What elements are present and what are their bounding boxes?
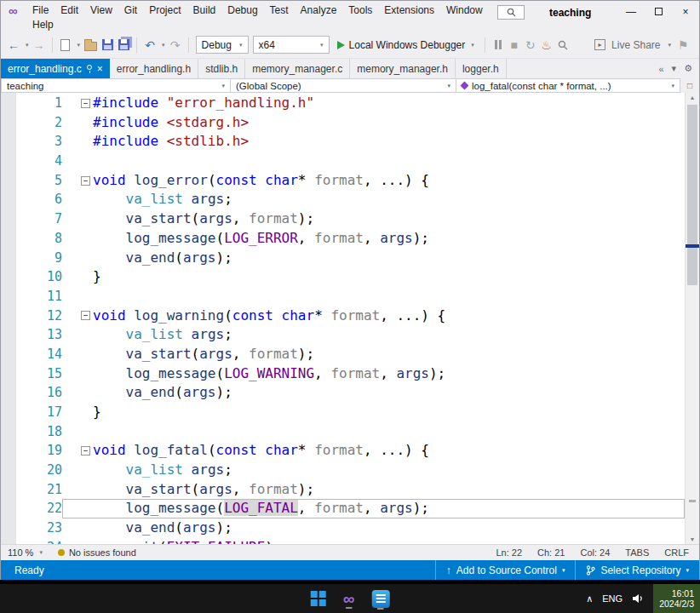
- scope-dropdown[interactable]: (Global Scope) ▾: [231, 78, 456, 93]
- new-file-dropdown-icon[interactable]: ▾: [77, 42, 81, 49]
- scroll-up-icon[interactable]: ▲: [686, 95, 699, 100]
- volume-icon[interactable]: [632, 593, 644, 604]
- line-number: 7: [1, 209, 62, 229]
- code-line-15[interactable]: 15 log_message(LOG_WARNING, format, args…: [1, 364, 685, 384]
- undo-button[interactable]: ↶: [144, 36, 156, 54]
- start-debugging-button[interactable]: Local Windows Debugger ▾: [334, 36, 478, 54]
- code-line-17[interactable]: 17}: [1, 403, 685, 422]
- live-share-button[interactable]: Live Share: [611, 39, 660, 51]
- navigate-back-button[interactable]: ←: [8, 36, 20, 54]
- clock[interactable]: 16:01 2024/2/3: [653, 584, 700, 613]
- tab-memory_manager.h[interactable]: memory_manager.h: [350, 59, 456, 78]
- menu-item-build[interactable]: Build: [187, 3, 222, 18]
- code-line-9[interactable]: 9 va_end(args);: [1, 249, 685, 268]
- undo-dropdown-icon[interactable]: ▾: [162, 42, 165, 49]
- search-input[interactable]: [497, 5, 525, 20]
- language-indicator[interactable]: ENG: [602, 593, 623, 604]
- back-dropdown-icon[interactable]: ▾: [26, 42, 29, 49]
- menu-item-analyze[interactable]: Analyze: [295, 3, 343, 18]
- code-line-14[interactable]: 14 va_start(args, format);: [1, 345, 685, 364]
- maximize-button[interactable]: [645, 1, 672, 22]
- code-line-5[interactable]: 5−void log_error(const char* format, ...…: [1, 171, 685, 191]
- menu-item-project[interactable]: Project: [143, 3, 186, 18]
- code-line-22[interactable]: 22 log_message(LOG_FATAL, format, args);: [1, 499, 685, 518]
- save-all-button[interactable]: [118, 36, 129, 54]
- configuration-value: Debug: [202, 39, 232, 51]
- code-line-2[interactable]: 2#include <stdarg.h>: [1, 113, 685, 133]
- code-line-10[interactable]: 10}: [1, 267, 685, 287]
- tab-error_handling.h[interactable]: error_handling.h: [110, 59, 198, 78]
- minimize-button[interactable]: —: [617, 1, 645, 22]
- code-editor[interactable]: 1−#include "error_handling.h"2#include <…: [1, 93, 699, 544]
- pin-icon[interactable]: [87, 65, 92, 70]
- menu-item-help[interactable]: Help: [26, 17, 60, 32]
- solution-platform-select[interactable]: x64 ▾: [253, 36, 330, 54]
- navigate-forward-button[interactable]: →: [33, 36, 45, 54]
- menu-item-test[interactable]: Test: [264, 3, 295, 18]
- code-line-12[interactable]: 12−void log_warning(const char* format, …: [1, 306, 685, 326]
- menu-item-file[interactable]: File: [26, 3, 55, 18]
- vertical-scrollbar[interactable]: ▲ ▼: [685, 93, 699, 544]
- new-file-button[interactable]: [60, 36, 72, 54]
- select-repository-button[interactable]: Select Repository ▾: [575, 560, 699, 580]
- code-line-19[interactable]: 19−void log_fatal(const char* format, ..…: [1, 441, 685, 461]
- code-line-6[interactable]: 6 va_list args;: [1, 190, 685, 209]
- fold-toggle-icon[interactable]: −: [81, 99, 90, 108]
- chevron-down-icon[interactable]: ▾: [668, 42, 671, 49]
- tab-stdlib.h[interactable]: stdlib.h: [198, 59, 245, 78]
- break-all-button[interactable]: [492, 36, 504, 54]
- feedback-icon[interactable]: ⚑: [677, 36, 689, 54]
- scroll-down-icon[interactable]: ▼: [686, 536, 699, 542]
- code-line-24[interactable]: 24 exit(EXIT_FAILURE);: [1, 538, 685, 544]
- fold-toggle-icon[interactable]: −: [81, 446, 90, 455]
- code-line-18[interactable]: 18: [1, 422, 685, 442]
- menu-item-view[interactable]: View: [84, 3, 118, 18]
- scrollbar-thumb[interactable]: [687, 105, 697, 285]
- hidden-icons-chevron[interactable]: ∧: [586, 593, 593, 604]
- tab-logger.h[interactable]: logger.h: [456, 59, 507, 78]
- tab-options-icon[interactable]: ⚙: [684, 63, 692, 74]
- hot-reload-icon[interactable]: ♨: [541, 36, 553, 54]
- code-line-1[interactable]: 1−#include "error_handling.h": [1, 94, 685, 113]
- code-line-7[interactable]: 7 va_start(args, format);: [1, 209, 685, 229]
- stop-debugging-button[interactable]: ■: [508, 36, 520, 54]
- notepad-taskbar-button[interactable]: [369, 588, 392, 610]
- fold-toggle-icon[interactable]: −: [81, 311, 90, 320]
- window-list-icon[interactable]: ▾: [672, 63, 677, 74]
- project-dropdown[interactable]: teaching ▾: [1, 78, 231, 93]
- menu-item-window[interactable]: Window: [440, 3, 489, 18]
- navbar-dock-icon[interactable]: □: [680, 78, 699, 93]
- fold-toggle-icon[interactable]: −: [81, 176, 90, 186]
- start-button[interactable]: [308, 589, 329, 608]
- code-line-4[interactable]: 4: [1, 152, 685, 171]
- open-file-button[interactable]: [84, 36, 97, 54]
- code-line-23[interactable]: 23 va_end(args);: [1, 518, 685, 538]
- zoom-select[interactable]: 110 % ▾: [1, 547, 49, 558]
- code-line-13[interactable]: 13 va_list args;: [1, 325, 685, 345]
- member-dropdown[interactable]: log_fatal(const char * format, ...) ▾: [456, 78, 680, 93]
- code-line-20[interactable]: 20 va_list args;: [1, 461, 685, 480]
- code-line-8[interactable]: 8 log_message(LOG_ERROR, format, args);: [1, 229, 685, 249]
- tab-scroll-icon[interactable]: «: [658, 64, 663, 74]
- find-in-files-button[interactable]: [557, 36, 569, 54]
- code-line-11[interactable]: 11: [1, 287, 685, 306]
- visual-studio-taskbar-button[interactable]: ∞: [341, 589, 358, 609]
- tab-error_handling.c[interactable]: error_handling.c×: [1, 59, 110, 78]
- close-tab-icon[interactable]: ×: [97, 64, 103, 74]
- restart-button[interactable]: ↻: [525, 36, 536, 54]
- save-button[interactable]: [101, 36, 113, 54]
- redo-button[interactable]: ↷: [169, 36, 181, 54]
- document-health-indicator[interactable]: No issues found: [49, 547, 145, 558]
- tab-memory_manager.c[interactable]: memory_manager.c: [245, 59, 350, 78]
- close-button[interactable]: ×: [672, 1, 699, 22]
- add-to-source-control-button[interactable]: ↑ Add to Source Control ▾: [435, 560, 576, 580]
- menu-item-debug[interactable]: Debug: [221, 3, 263, 18]
- code-line-21[interactable]: 21 va_start(args, format);: [1, 480, 685, 500]
- menu-item-extensions[interactable]: Extensions: [378, 3, 440, 18]
- code-line-16[interactable]: 16 va_end(args);: [1, 383, 685, 403]
- menu-item-edit[interactable]: Edit: [55, 3, 84, 18]
- solution-configuration-select[interactable]: Debug ▾: [196, 36, 249, 54]
- code-line-3[interactable]: 3#include <stdlib.h>: [1, 132, 685, 152]
- menu-item-git[interactable]: Git: [118, 3, 143, 18]
- menu-item-tools[interactable]: Tools: [342, 3, 378, 18]
